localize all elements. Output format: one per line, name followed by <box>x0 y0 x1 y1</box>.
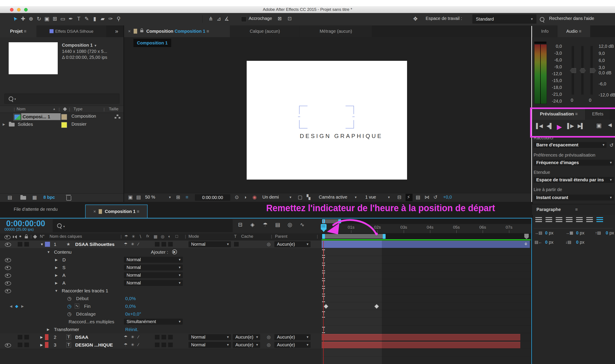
interpret-footage-icon[interactable]: ▤ <box>8 195 12 200</box>
roi-icon[interactable]: ▢ <box>298 194 302 200</box>
tab-timeline-composition[interactable]: × Composition 1 ≡ <box>85 205 147 218</box>
panel-menu-icon[interactable]: ≡ <box>207 29 209 34</box>
indent-first-line-field[interactable]: 0 px <box>576 230 585 235</box>
panel-menu-icon[interactable]: ≡ <box>24 29 26 34</box>
panel-menu-icon[interactable]: ≡ <box>137 209 139 214</box>
type-tool[interactable]: T <box>75 13 82 25</box>
work-area-start-handle[interactable] <box>322 234 325 239</box>
audio-right-level[interactable]: 0 <box>589 98 591 103</box>
lock-icon[interactable] <box>140 30 143 32</box>
collapse-icon[interactable]: ✳ <box>132 234 135 239</box>
pan-behind-tool[interactable]: ⊞ <box>51 13 59 25</box>
timeline-row[interactable]: ▼1★DSAA Silhouettes☂✳∕Normal▼◎Aucun(e)▼ <box>0 240 322 248</box>
av-well[interactable] <box>18 242 22 247</box>
mode-select[interactable]: Normal▼ <box>188 241 231 247</box>
fast-preview-button[interactable]: ⚡ <box>406 194 413 201</box>
column-layer-name[interactable]: Nom des calques <box>50 234 82 239</box>
hide-shy-layers-icon[interactable]: ☂ <box>263 221 268 228</box>
tab-projet[interactable]: Projet ≡ <box>0 26 37 37</box>
snap-option-icon[interactable]: ⊠ <box>278 16 282 21</box>
justify-last-right-button[interactable] <box>586 217 593 223</box>
timeline-row[interactable]: ▶ANormal▼ <box>0 271 322 279</box>
space-after-field[interactable]: 0 px <box>576 240 585 245</box>
zoom-tool[interactable]: ⊕ <box>27 13 35 25</box>
view-axis-mode[interactable]: ∡ <box>223 13 231 25</box>
stopwatch-icon[interactable]: ◷ <box>67 310 71 318</box>
mask-visibility-icon[interactable]: ⌗ <box>186 194 188 200</box>
tag-column-icon[interactable] <box>33 235 37 239</box>
rotate-tool[interactable]: ↻ <box>35 13 43 25</box>
switch-well[interactable] <box>161 335 166 339</box>
tab-metrage[interactable]: Métrage (aucun) <box>300 26 372 37</box>
switch-well[interactable] <box>161 242 166 247</box>
project-comp-name[interactable]: Composition 1 ▼ <box>62 43 97 48</box>
label-swatch[interactable] <box>61 122 67 128</box>
viewer-breadcrumb[interactable]: Composition 1 <box>133 39 171 47</box>
color-depth-button[interactable]: 8 bpc <box>43 195 55 200</box>
camera-tool[interactable]: ▣ <box>43 13 51 25</box>
shy-icon[interactable]: ☂ <box>124 234 128 239</box>
workspace-icon[interactable]: ❖ <box>413 15 418 22</box>
align-right-button[interactable] <box>556 217 562 223</box>
clone-stamp-tool[interactable]: ▮ <box>91 13 98 25</box>
viewer-timecode[interactable]: 0:00:00:00 <box>195 194 230 201</box>
label-swatch[interactable] <box>61 114 67 120</box>
blend-mode-select[interactable]: Normal▼ <box>124 264 183 271</box>
column-t[interactable]: T <box>234 234 237 239</box>
lock-column-icon[interactable] <box>25 236 28 238</box>
eye-icon[interactable] <box>5 281 11 286</box>
previous-keyframe-icon[interactable]: ◀ <box>10 302 13 310</box>
chevron-down-icon[interactable]: ▼ <box>354 195 357 199</box>
snap-option2-icon[interactable]: ⊡ <box>288 16 292 21</box>
view-layout-select[interactable]: 1 vue <box>365 195 376 200</box>
layer-out-pin-icon[interactable]: ⚘ <box>524 242 528 247</box>
shape-tool[interactable]: ▭ <box>59 13 66 25</box>
space-before-field[interactable]: 0 px <box>606 230 614 235</box>
timeline-row[interactable]: ▶ANormal▼ <box>0 279 322 287</box>
audio-column-icon[interactable] <box>13 235 17 239</box>
range-select[interactable]: Espace de travail étendu par ins▼ <box>534 177 614 183</box>
eye-icon[interactable] <box>5 289 11 293</box>
switch-well[interactable] <box>168 343 173 347</box>
playfrom-select[interactable]: Instant courant▼ <box>534 195 614 201</box>
layer-bar-red[interactable] <box>382 334 520 340</box>
resolution-select[interactable]: Un demi <box>262 195 279 200</box>
show-snapshot-icon[interactable]: ◑ <box>244 194 247 200</box>
av-well[interactable] <box>18 335 22 339</box>
label-swatch[interactable] <box>45 334 48 340</box>
motion-blur-icon[interactable]: ◎ <box>161 234 165 239</box>
eye-icon[interactable] <box>5 243 11 247</box>
flowchart-icon[interactable] <box>117 115 118 116</box>
label-swatch[interactable] <box>45 242 50 247</box>
column-nom[interactable]: Nom <box>17 107 26 111</box>
indent-right-margin-field[interactable]: 0 px <box>545 240 553 245</box>
label-swatch[interactable] <box>45 342 48 348</box>
grid-options-icon[interactable]: ⊞ <box>176 194 180 200</box>
audio-left-level[interactable]: 0 <box>571 98 573 103</box>
zoom-select[interactable]: 50 % <box>145 195 155 200</box>
panel-menu-icon[interactable]: ≡ <box>579 29 582 34</box>
tag-column-icon[interactable] <box>63 107 67 111</box>
switch-well[interactable] <box>168 242 173 247</box>
chevron-down-icon[interactable]: ▼ <box>289 195 292 199</box>
column-taille[interactable]: Taille <box>109 107 118 111</box>
timeline-row[interactable]: ◀◆▶◷∿Fin0,0% <box>0 302 322 310</box>
solo-column-icon[interactable]: ● <box>19 234 21 239</box>
exposure-value[interactable]: +0,0 <box>443 195 452 200</box>
property-value[interactable]: 0x+0,0° <box>125 310 141 318</box>
fx-icon[interactable]: fx <box>146 234 149 238</box>
property-value[interactable]: 0,0% <box>125 302 136 310</box>
stopwatch-icon[interactable]: ◷ <box>67 295 71 302</box>
layer-bar-red[interactable] <box>322 342 382 348</box>
column-cache[interactable]: Cache <box>241 234 253 239</box>
tab-paragraphe[interactable]: Paragraphe <box>536 207 561 212</box>
world-axis-mode[interactable]: ⊿ <box>215 13 222 25</box>
next-keyframe-icon[interactable]: ▶ <box>21 302 24 310</box>
transparency-grid-icon[interactable]: ▚ <box>307 194 310 200</box>
timeline-row[interactable]: ▼Raccorder les tracés 1 <box>0 287 322 295</box>
tab-composition[interactable]: × Composition Composition 1 ≡ <box>124 26 230 37</box>
help-search-input[interactable]: Rechercher dans l'aide <box>549 16 594 21</box>
shortcut-select[interactable]: Barre d'espacement▼ <box>534 142 607 148</box>
blend-mode-select[interactable]: Normal▼ <box>124 280 183 286</box>
eye-icon[interactable] <box>5 273 11 278</box>
